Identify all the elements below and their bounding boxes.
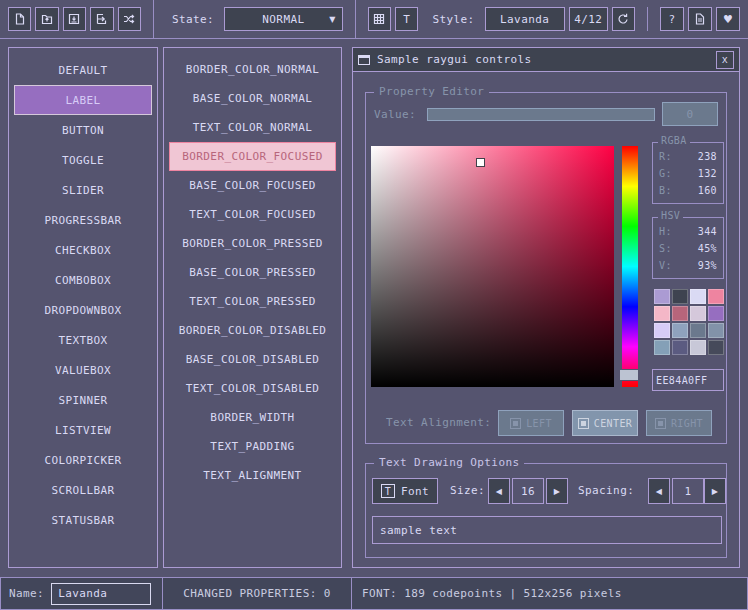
question-icon: ? (669, 13, 676, 26)
align-center-icon (578, 418, 589, 429)
control-item-label[interactable]: LABEL (14, 85, 152, 115)
palette-swatch[interactable] (708, 289, 724, 304)
palette-swatch[interactable] (690, 340, 706, 355)
text-alignment-label: Text Alignment: (386, 416, 491, 429)
property-item-text-color-pressed[interactable]: TEXT_COLOR_PRESSED (169, 287, 336, 316)
value-slider[interactable] (427, 108, 655, 121)
style-name-button[interactable]: Lavanda (485, 7, 565, 31)
hex-color-input[interactable]: EE84A0FF (652, 369, 724, 391)
palette-swatch[interactable] (708, 306, 724, 321)
palette-swatch[interactable] (672, 306, 688, 321)
spacing-increase-button[interactable]: ▶ (704, 478, 726, 504)
property-item-text-color-focused[interactable]: TEXT_COLOR_FOCUSED (169, 200, 336, 229)
sponsor-button[interactable]: ♥ (716, 7, 740, 31)
align-left-toggle[interactable]: LEFT (498, 410, 564, 436)
font-button[interactable]: T Font (372, 478, 438, 504)
size-label: Size: (450, 484, 485, 497)
palette-swatch[interactable] (654, 306, 670, 321)
control-item-combobox[interactable]: COMBOBOX (14, 265, 152, 295)
sample-window-titlebar[interactable]: Sample raygui controls x (353, 48, 739, 72)
palette-swatch[interactable] (672, 323, 688, 338)
palette-swatch[interactable] (708, 340, 724, 355)
control-item-spinner[interactable]: SPINNER (14, 385, 152, 415)
style-name-input[interactable]: Lavanda (51, 583, 151, 605)
text-preview-button[interactable]: T (395, 7, 418, 31)
control-item-button[interactable]: BUTTON (14, 115, 152, 145)
about-button[interactable] (688, 7, 712, 31)
align-center-toggle[interactable]: CENTER (572, 410, 638, 436)
property-item-base-color-disabled[interactable]: BASE_COLOR_DISABLED (169, 345, 336, 374)
new-style-button[interactable] (8, 7, 31, 31)
property-item-border-color-focused[interactable]: BORDER_COLOR_FOCUSED (169, 142, 336, 171)
color-picker-cursor[interactable] (476, 158, 485, 167)
palette-swatch[interactable] (654, 289, 670, 304)
hue-bar[interactable] (622, 146, 638, 387)
control-item-default[interactable]: DEFAULT (14, 55, 152, 85)
grid-icon (373, 13, 385, 25)
heart-icon: ♥ (723, 13, 733, 26)
statusbar-name-cell: Name: Lavanda (0, 577, 163, 610)
spacing-decrease-button[interactable]: ◀ (648, 478, 670, 504)
name-label: Name: (9, 587, 44, 600)
control-item-textbox[interactable]: TEXTBOX (14, 325, 152, 355)
size-decrease-button[interactable]: ◀ (488, 478, 510, 504)
palette-swatch[interactable] (672, 340, 688, 355)
help-button[interactable]: ? (660, 7, 684, 31)
font-info-text: FONT: 189 codepoints | 512x256 pixels (362, 587, 622, 600)
property-item-text-padding[interactable]: TEXT_PADDING (169, 432, 336, 461)
load-style-button[interactable] (35, 7, 58, 31)
property-item-text-alignment[interactable]: TEXT_ALIGNMENT (169, 461, 336, 490)
property-item-border-width[interactable]: BORDER_WIDTH (169, 403, 336, 432)
spacing-label: Spacing: (578, 484, 634, 497)
control-item-colorpicker[interactable]: COLORPICKER (14, 445, 152, 475)
property-item-border-color-disabled[interactable]: BORDER_COLOR_DISABLED (169, 316, 336, 345)
control-item-checkbox[interactable]: CHECKBOX (14, 235, 152, 265)
property-item-base-color-focused[interactable]: BASE_COLOR_FOCUSED (169, 171, 336, 200)
property-item-text-color-disabled[interactable]: TEXT_COLOR_DISABLED (169, 374, 336, 403)
palette-swatch[interactable] (690, 306, 706, 321)
property-item-text-color-normal[interactable]: TEXT_COLOR_NORMAL (169, 113, 336, 142)
size-increase-button[interactable]: ▶ (546, 478, 568, 504)
palette-swatch[interactable] (654, 323, 670, 338)
file-info-icon (694, 13, 706, 25)
state-dropdown[interactable]: NORMAL ▼ (224, 7, 343, 31)
palette-swatch[interactable] (708, 323, 724, 338)
value-box[interactable]: 0 (662, 102, 718, 126)
control-item-scrollbar[interactable]: SCROLLBAR (14, 475, 152, 505)
random-style-button[interactable] (118, 7, 141, 31)
size-value-box[interactable]: 16 (512, 478, 544, 504)
palette-swatch[interactable] (654, 340, 670, 355)
style-table-button[interactable] (368, 7, 391, 31)
sample-text-input[interactable]: sample text (372, 516, 722, 544)
property-item-base-color-pressed[interactable]: BASE_COLOR_PRESSED (169, 258, 336, 287)
save-style-button[interactable] (63, 7, 86, 31)
new-file-icon (14, 13, 26, 25)
hue-slider-handle[interactable] (619, 369, 639, 381)
window-icon (358, 55, 370, 65)
property-item-border-color-pressed[interactable]: BORDER_COLOR_PRESSED (169, 229, 336, 258)
control-item-progressbar[interactable]: PROGRESSBAR (14, 205, 152, 235)
changed-properties-text: CHANGED PROPERTIES: 0 (183, 587, 330, 600)
palette-swatch[interactable] (690, 323, 706, 338)
control-item-valuebox[interactable]: VALUEBOX (14, 355, 152, 385)
export-style-button[interactable] (90, 7, 113, 31)
palette-swatch[interactable] (672, 289, 688, 304)
font-t-icon: T (381, 484, 395, 498)
close-window-button[interactable]: x (716, 51, 734, 69)
rguistyler-app: State: NORMAL ▼ T Style: Lavanda 4/12 ? (0, 0, 748, 610)
palette-swatch[interactable] (690, 289, 706, 304)
control-item-dropdownbox[interactable]: DROPDOWNBOX (14, 295, 152, 325)
color-saturation-value-panel[interactable] (371, 146, 614, 387)
align-right-toggle[interactable]: RIGHT (646, 410, 712, 436)
control-item-listview[interactable]: LISTVIEW (14, 415, 152, 445)
properties-list: BORDER_COLOR_NORMAL BASE_COLOR_NORMAL TE… (163, 47, 342, 568)
property-item-base-color-normal[interactable]: BASE_COLOR_NORMAL (169, 84, 336, 113)
save-icon (68, 13, 80, 25)
control-item-statusbar[interactable]: STATUSBAR (14, 505, 152, 535)
control-item-toggle[interactable]: TOGGLE (14, 145, 152, 175)
hsv-h-row: H: 344 (653, 223, 723, 240)
reload-style-button[interactable] (612, 7, 635, 31)
control-item-slider[interactable]: SLIDER (14, 175, 152, 205)
spacing-value-box[interactable]: 1 (672, 478, 704, 504)
property-item-border-color-normal[interactable]: BORDER_COLOR_NORMAL (169, 55, 336, 84)
